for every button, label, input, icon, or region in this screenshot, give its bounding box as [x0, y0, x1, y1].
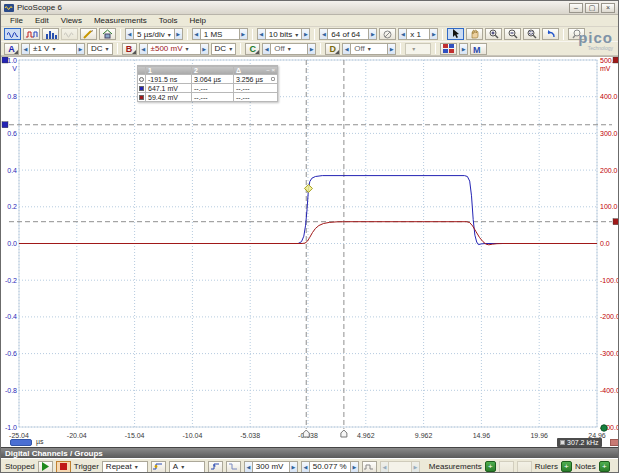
- timebase-value[interactable]: 5 µs/div▾: [134, 28, 174, 40]
- falling-edge-button[interactable]: [226, 461, 241, 473]
- advanced-trigger-button[interactable]: [151, 461, 166, 473]
- buffer-next-arrow[interactable]: [368, 28, 377, 40]
- pulse-count-value[interactable]: [389, 461, 411, 473]
- persistence-mode-button[interactable]: [61, 28, 78, 40]
- buffer-prev-arrow[interactable]: [319, 28, 328, 40]
- delete-measurement-button[interactable]: [517, 461, 532, 473]
- level-up-arrow[interactable]: [289, 461, 298, 473]
- digital-channels-dropdown-arrow[interactable]: [459, 43, 468, 55]
- aux-dropdown[interactable]: ▾: [405, 43, 431, 55]
- zoom-out-tool-button[interactable]: [504, 28, 521, 40]
- spectrum-mode-button[interactable]: [42, 28, 59, 40]
- rulers-icon[interactable]: [561, 461, 572, 472]
- channel-d-range-value[interactable]: Off▾: [351, 43, 387, 55]
- resolution-prev-arrow[interactable]: [257, 28, 266, 40]
- level-down-arrow[interactable]: [244, 461, 253, 473]
- add-measurement-icon[interactable]: [485, 461, 496, 472]
- pre-trigger-spinner: 50.077 %: [301, 461, 359, 473]
- pre-trigger-value[interactable]: 50.077 %: [310, 461, 350, 473]
- channel-a-range-next[interactable]: [76, 43, 85, 55]
- samples-prev-arrow[interactable]: [192, 28, 201, 40]
- svg-text:V: V: [12, 65, 17, 72]
- legend-close-icon[interactable]: [271, 67, 275, 74]
- channel-d-range-prev[interactable]: [342, 43, 351, 55]
- trigger-level-value[interactable]: 300 mV: [253, 461, 289, 473]
- titlebar: PicoScope 6: [1, 1, 618, 15]
- timebase-prev-arrow[interactable]: [125, 28, 134, 40]
- zoom-prev-arrow[interactable]: [398, 28, 407, 40]
- channel-c-range-next[interactable]: [307, 43, 316, 55]
- channel-c-range-value[interactable]: Off▾: [271, 43, 307, 55]
- minimize-button[interactable]: [569, 3, 583, 13]
- menu-file[interactable]: File: [5, 15, 28, 26]
- svg-text:-100.0: -100.0: [600, 277, 619, 284]
- window-title: PicoScope 6: [17, 3, 62, 12]
- edit-measurement-button[interactable]: [499, 461, 514, 473]
- trigger-source-dropdown[interactable]: A▾: [169, 461, 205, 473]
- channel-a-range-value[interactable]: ±1 V▾: [30, 43, 76, 55]
- svg-text:4.962: 4.962: [357, 432, 375, 439]
- waveform-plot[interactable]: 1.0500.0-25.040.8400.0-20.040.6300.0-15.…: [1, 57, 619, 448]
- zoom-in-tool-button[interactable]: [485, 28, 502, 40]
- channel-b-range-next[interactable]: [200, 43, 209, 55]
- resolution-next-arrow[interactable]: [301, 28, 310, 40]
- chevron-down-icon: ▾: [186, 45, 189, 52]
- scope-view[interactable]: 1.0500.0-25.040.8400.0-20.040.6300.0-15.…: [1, 56, 619, 447]
- channel-b-range-value[interactable]: ±500 mV▾: [148, 43, 200, 55]
- channel-b-button[interactable]: B: [122, 43, 137, 55]
- rising-edge-button[interactable]: [208, 461, 223, 473]
- maximize-button[interactable]: [585, 3, 599, 13]
- auto-setup-button[interactable]: [99, 28, 116, 40]
- math-channels-button[interactable]: M: [470, 43, 487, 55]
- channel-b-range-prev[interactable]: [139, 43, 148, 55]
- digital-mode-button[interactable]: [23, 28, 40, 40]
- channel-a-button[interactable]: A: [4, 43, 19, 55]
- buffer-navigator-button[interactable]: [379, 28, 396, 40]
- menu-help[interactable]: Help: [185, 15, 211, 26]
- undo-zoom-button[interactable]: [542, 28, 559, 40]
- svg-text:-20.04: -20.04: [67, 432, 87, 439]
- start-button[interactable]: [38, 461, 53, 473]
- x-axis-zoom-badge[interactable]: [10, 439, 32, 446]
- legend-minimize-icon[interactable]: [266, 67, 269, 74]
- samples-value[interactable]: 1 MS: [201, 28, 239, 40]
- zoom-next-arrow[interactable]: [429, 28, 438, 40]
- zoom-factor-value[interactable]: x 1: [407, 28, 429, 40]
- marquee-zoom-tool-button[interactable]: [523, 28, 540, 40]
- scope-mode-button[interactable]: [4, 28, 21, 40]
- timebase-next-arrow[interactable]: [174, 28, 183, 40]
- stop-button[interactable]: [56, 461, 71, 473]
- menu-tools[interactable]: Tools: [154, 15, 183, 26]
- menu-views[interactable]: Views: [56, 15, 87, 26]
- pretrigger-up-arrow[interactable]: [350, 461, 359, 473]
- notes-icon[interactable]: [599, 461, 610, 472]
- trigger-label: Trigger: [74, 462, 99, 471]
- menu-measurements[interactable]: Measurements: [89, 15, 152, 26]
- digital-grid-icon: [443, 44, 454, 53]
- pointer-tool-button[interactable]: [447, 28, 464, 40]
- channel-a-coupling-dropdown[interactable]: DC▾: [87, 43, 113, 55]
- digital-channels-button[interactable]: [440, 43, 457, 55]
- close-button[interactable]: [601, 3, 615, 13]
- pretrigger-down-arrow[interactable]: [301, 461, 310, 473]
- menu-edit[interactable]: Edit: [30, 15, 54, 26]
- samples-next-arrow[interactable]: [239, 28, 248, 40]
- trigger-mode-dropdown[interactable]: Repeat▾: [102, 461, 148, 473]
- hand-tool-button[interactable]: [466, 28, 483, 40]
- digital-channels-bar[interactable]: Digital Channels / Groups: [1, 447, 618, 458]
- channel-c-button[interactable]: C: [245, 43, 260, 55]
- channel-b-coupling-dropdown[interactable]: DC▾: [211, 43, 237, 55]
- channel-d-button[interactable]: D: [325, 43, 340, 55]
- channel-c-range-prev[interactable]: [262, 43, 271, 55]
- count-down-arrow[interactable]: [380, 461, 389, 473]
- lock-icon[interactable]: [271, 77, 275, 81]
- count-up-arrow[interactable]: [411, 461, 420, 473]
- channel-a-range-prev[interactable]: [21, 43, 30, 55]
- resolution-value[interactable]: 10 bits▾: [266, 28, 302, 40]
- buffer-value[interactable]: 64 of 64: [328, 28, 368, 40]
- probe-setup-button[interactable]: [80, 28, 97, 40]
- svg-text:0.6: 0.6: [7, 130, 17, 137]
- channel-d-range-next[interactable]: [387, 43, 396, 55]
- ruler-legend[interactable]: 1 2 Δ -191.5 ns 3.064 µs 3.256 µs 647.1 …: [137, 65, 278, 102]
- pulse-width-trigger-button[interactable]: [362, 461, 377, 473]
